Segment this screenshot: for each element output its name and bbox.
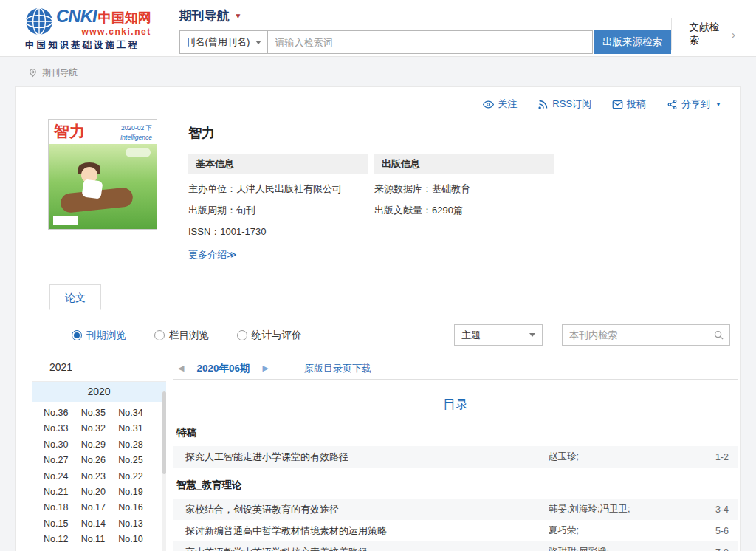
issue-link[interactable]: No.18 — [44, 500, 81, 516]
envelope-icon — [612, 99, 623, 110]
issue-link[interactable]: No.29 — [81, 437, 119, 453]
issue-link[interactable]: No.36 — [44, 405, 81, 421]
topic-select[interactable]: 主题 — [454, 324, 543, 346]
search-input[interactable] — [268, 30, 593, 54]
nav-search-block: 期刊导航 ▼ 刊名(曾用刊名) 出版来源检索 — [179, 6, 671, 54]
journal-meta: 智力 基本信息 主办单位：天津人民出版社有限公司 出版周期：旬刊 ISSN：10… — [188, 119, 711, 261]
radio-icon — [72, 330, 82, 340]
current-issue-label[interactable]: 2020年06期 — [196, 362, 250, 375]
radio-icon — [154, 330, 165, 340]
article-authors[interactable]: 夏巧荣; — [549, 524, 692, 537]
issue-link[interactable]: No.19 — [118, 485, 156, 500]
select-caret-icon — [529, 333, 535, 337]
share-button[interactable]: 分享到 ▼ — [667, 97, 721, 111]
issue-link[interactable]: No.12 — [44, 532, 81, 547]
browse-mode-issue[interactable]: 刊期浏览 — [72, 329, 126, 342]
issue-link[interactable]: No.26 — [81, 453, 119, 468]
issue-link[interactable]: No.16 — [118, 500, 156, 516]
search-field-select[interactable]: 刊名(曾用刊名) — [179, 30, 268, 54]
issue-link[interactable]: No.10 — [118, 532, 156, 547]
article-authors[interactable]: 骆甜甜;屈彩娥; — [549, 546, 692, 551]
issue-link[interactable]: No.34 — [118, 405, 156, 421]
article-authors[interactable]: 韩旻;刘海玲;冯卫卫; — [549, 503, 692, 516]
article-row[interactable]: 高中英语教学中英语学科核心素养培养路径骆甜甜;屈彩娥;7-8 — [173, 541, 738, 551]
issue-link[interactable]: No.17 — [81, 500, 119, 516]
issue-link[interactable]: No.33 — [44, 421, 81, 437]
page-nav-title[interactable]: 期刊导航 — [179, 7, 230, 24]
issue-link[interactable]: No.25 — [118, 453, 156, 468]
article-list: 家校结合，创设英语教育的有效途径韩旻;刘海玲;冯卫卫;3-4探讨新编普通高中哲学… — [173, 499, 738, 551]
year-item-2020[interactable]: 2020 — [32, 382, 166, 402]
issue-link[interactable]: No.13 — [118, 516, 156, 532]
follow-button[interactable]: 关注 — [483, 97, 517, 111]
browse-mode-stats[interactable]: 统计与评价 — [237, 329, 302, 342]
journal-title: 智力 — [188, 124, 711, 142]
rss-icon — [537, 99, 549, 110]
cover-figure-body — [81, 179, 103, 199]
browse-mode-label: 栏目浏览 — [169, 329, 209, 342]
article-pages: 5-6 — [692, 526, 729, 536]
actions-row: 关注 RSS订阅 投稿 分享到 ▼ — [16, 87, 740, 111]
article-authors[interactable]: 赵玉珍; — [549, 451, 692, 463]
nav-dropdown-caret-icon[interactable]: ▼ — [235, 12, 242, 20]
issue-link[interactable]: No.21 — [44, 485, 81, 500]
header-divider — [671, 18, 672, 50]
rss-subscribe-button[interactable]: RSS订阅 — [537, 97, 591, 111]
tab-papers[interactable]: 论文 — [49, 284, 101, 310]
logo-brand-en: CNKI — [56, 6, 97, 27]
next-issue-arrow-icon[interactable]: ▶ — [263, 363, 269, 373]
scrollbar-thumb[interactable] — [162, 391, 166, 474]
article-row[interactable]: 探讨新编普通高中哲学教材情境素材的运用策略夏巧荣;5-6 — [173, 520, 738, 541]
article-title-link[interactable]: 探究人工智能走进小学课堂的有效路径 — [185, 451, 549, 464]
issue-link[interactable]: No.23 — [81, 469, 119, 485]
article-row[interactable]: 家校结合，创设英语教育的有效途径韩旻;刘海玲;冯卫卫;3-4 — [173, 499, 738, 520]
article-pages: 7-8 — [692, 547, 729, 551]
publish-info-heading: 出版信息 — [374, 154, 554, 174]
issue-link[interactable]: No.30 — [44, 437, 81, 453]
basic-info-column: 基本信息 主办单位：天津人民出版社有限公司 出版周期：旬刊 ISSN：1001-… — [188, 154, 368, 261]
original-toc-download-link[interactable]: 原版目录页下载 — [304, 362, 371, 375]
article-title-link[interactable]: 探讨新编普通高中哲学教材情境素材的运用策略 — [185, 524, 549, 538]
issue-link[interactable]: No.15 — [44, 516, 81, 532]
issue-link[interactable]: No.07 — [118, 548, 156, 551]
breadcrumb-label[interactable]: 期刊导航 — [42, 66, 78, 79]
chevron-right-icon: › — [732, 28, 735, 41]
more-intro-link[interactable]: 更多介绍≫ — [188, 248, 237, 261]
in-journal-search-input[interactable] — [562, 324, 730, 346]
prev-issue-arrow-icon[interactable]: ◀ — [178, 363, 184, 373]
year-panel-scrollbar[interactable] — [162, 391, 166, 551]
topic-select-value: 主题 — [461, 329, 481, 342]
issue-link[interactable]: No.32 — [81, 421, 119, 437]
issue-link[interactable]: No.09 — [44, 548, 81, 551]
logo-brand-cn: 中国知网 — [98, 9, 151, 27]
article-title-link[interactable]: 家校结合，创设英语教育的有效途径 — [185, 503, 549, 516]
article-title-link[interactable]: 高中英语教学中英语学科核心素养培养路径 — [185, 546, 549, 551]
publication-search-button[interactable]: 出版来源检索 — [594, 30, 671, 54]
breadcrumb: 期刊导航 — [28, 66, 756, 79]
contribute-button[interactable]: 投稿 — [612, 97, 646, 111]
year-item-2021[interactable]: 2021 — [32, 357, 166, 381]
issue-link[interactable]: No.27 — [44, 453, 81, 468]
issue-link[interactable]: No.14 — [81, 516, 119, 532]
issue-link[interactable]: No.28 — [118, 437, 156, 453]
tab-content: 刊期浏览 栏目浏览 统计与评价 主题 — [16, 324, 740, 551]
issue-link[interactable]: No.31 — [118, 421, 156, 437]
journal-cover[interactable]: 智力 2020-02 下 Intelligence — [48, 119, 157, 230]
cover-barcode — [53, 216, 78, 225]
issue-link[interactable]: No.20 — [81, 485, 119, 500]
article-row[interactable]: 探究人工智能走进小学课堂的有效路径赵玉珍;1-2 — [173, 446, 738, 468]
issue-link[interactable]: No.08 — [81, 548, 119, 551]
cnki-logo[interactable]: CNKI 中国知网 www.cnki.net 中国知识基础设施工程 — [25, 6, 159, 52]
rss-label: RSS订阅 — [552, 97, 591, 111]
doc-search-link[interactable]: 文献检索 › — [690, 21, 735, 47]
year-panel: 2021 2020 No.36No.35No.34No.33No.32No.31… — [32, 357, 166, 551]
journal-detail-card: 关注 RSS订阅 投稿 分享到 ▼ — [15, 86, 741, 551]
issue-link[interactable]: No.24 — [44, 469, 81, 485]
issue-link[interactable]: No.22 — [118, 469, 156, 485]
browse-mode-column[interactable]: 栏目浏览 — [154, 329, 209, 342]
issue-link[interactable]: No.35 — [81, 405, 119, 421]
cover-subtitle: Intelligence — [120, 133, 152, 143]
magnifier-icon[interactable] — [713, 329, 724, 340]
issn-line: ISSN：1001-1730 — [188, 225, 368, 239]
issue-link[interactable]: No.11 — [81, 532, 119, 547]
